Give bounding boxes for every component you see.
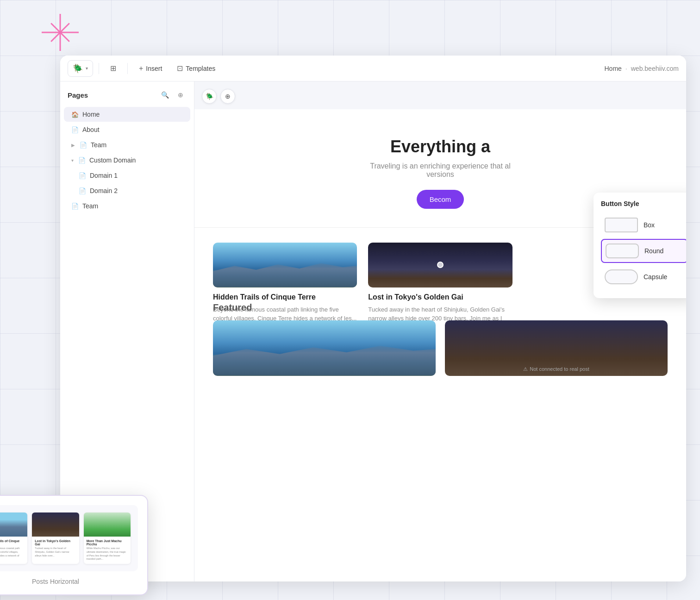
template-preview-area: Hidden Trails of Cinque Terre Beyond the…: [0, 505, 138, 571]
button-style-popup: Button Style Box Round Capsule: [594, 193, 686, 298]
hero-title: Everything a: [213, 137, 668, 156]
doc-icon-about: 📄: [71, 126, 79, 133]
sidebar-item-domain-1[interactable]: 📄 Domain 1: [64, 168, 190, 183]
layout-button[interactable]: ⊞: [105, 61, 122, 75]
insert-label: Insert: [146, 65, 162, 72]
sidebar-item-home[interactable]: 🏠 Home: [64, 107, 190, 122]
mini-text-1: Beyond the famous coastal path linking t…: [0, 547, 25, 561]
page-label-about: About: [82, 126, 100, 133]
post-title-1: Hidden Trails of Cinque Terre: [213, 293, 357, 301]
not-connected-text: Not connected to real post: [530, 366, 589, 372]
sidebar-item-team[interactable]: ▶ 📄 Team: [64, 138, 190, 152]
expand-icon-custom-domain: ▾: [71, 158, 74, 163]
home-icon: 🏠: [71, 111, 79, 118]
template-mini-card-2: Lost in Tokyo's Golden Gai Tucked away i…: [32, 512, 79, 564]
page-label-home: Home: [82, 111, 100, 118]
template-mini-card-1: Hidden Trails of Cinque Terre Beyond the…: [0, 512, 27, 564]
connected-dot: [437, 262, 444, 268]
doc-icon-team: 📄: [80, 142, 87, 149]
doc-icon-team-2: 📄: [71, 203, 79, 210]
logo-button[interactable]: 🪲 ▾: [68, 60, 93, 77]
add-block-btn[interactable]: ⊕: [220, 89, 235, 104]
doc-icon-domain-1: 📄: [79, 172, 86, 179]
mini-card-content-3: More Than Just Machu Picchu While Machu …: [84, 537, 131, 564]
sidebar-actions: 🔍 ⊕: [159, 89, 187, 101]
sidebar-item-custom-domain[interactable]: ▾ 📄 Custom Domain: [64, 153, 190, 168]
doc-icon-custom-domain: 📄: [78, 157, 86, 164]
mini-card-content-1: Hidden Trails of Cinque Terre Beyond the…: [0, 537, 27, 564]
post-img-cinque: [213, 243, 357, 288]
popup-title: Button Style: [601, 200, 686, 207]
bee-icon-btn[interactable]: 🪲: [202, 89, 217, 104]
box-preview: [605, 218, 638, 232]
nav-home: Home: [605, 65, 622, 72]
mini-img-cinque: [0, 512, 27, 537]
template-mini-card-3: More Than Just Machu Picchu While Machu …: [84, 512, 131, 564]
cta-label: Becom: [430, 195, 451, 203]
capsule-label: Capsule: [644, 273, 667, 281]
canvas: 🪲 ⊕ Everything a Traveling is an enrichi…: [194, 81, 686, 581]
mini-img-machu: [84, 512, 131, 537]
logo-icon: 🪲: [73, 63, 83, 74]
capsule-preview: [605, 269, 638, 284]
post-img-tokyo: [368, 243, 512, 288]
page-content-preview: Everything a Traveling is an enriching e…: [194, 109, 686, 581]
sidebar-item-domain-2[interactable]: 📄 Domain 2: [64, 183, 190, 198]
mini-text-2: Tucked away in the heart of Shinjuku, Go…: [35, 547, 76, 557]
round-preview: [606, 244, 639, 258]
doc-icon-domain-2: 📄: [79, 188, 86, 194]
templates-label: Templates: [186, 65, 215, 72]
mini-title-1: Hidden Trails of Cinque Terre: [0, 539, 25, 546]
page-label-domain-1: Domain 1: [90, 172, 118, 179]
nav-separator: ·: [625, 65, 627, 72]
toolbar: 🪲 ▾ ⊞ + Insert ⊡ Templates Home · web.be…: [60, 56, 686, 81]
post-title-2: Lost in Tokyo's Golden Gai: [368, 293, 512, 301]
sidebar-item-about[interactable]: 📄 About: [64, 122, 190, 137]
templates-button[interactable]: ⊡ Templates: [171, 61, 221, 75]
page-label-team: Team: [91, 141, 106, 149]
add-page-button[interactable]: ⊕: [175, 89, 187, 101]
templates-icon: ⊡: [177, 64, 183, 73]
search-pages-button[interactable]: 🔍: [159, 89, 171, 101]
style-option-box[interactable]: Box: [601, 214, 686, 236]
sidebar-header: Pages 🔍 ⊕: [60, 89, 194, 106]
template-card-label: Posts Horizontal: [0, 578, 138, 585]
layout-icon: ⊞: [110, 64, 116, 73]
mini-text-3: While Machu Picchu, was our ultimate des…: [87, 547, 128, 561]
sidebar-item-team-2[interactable]: 📄 Team: [64, 199, 190, 213]
page-label-team-2: Team: [82, 202, 98, 210]
post-card-1: Hidden Trails of Cinque Terre Beyond the…: [213, 243, 357, 288]
expand-icon-team: ▶: [71, 143, 75, 148]
style-option-round[interactable]: Round: [601, 239, 686, 263]
not-connected-label: ⚠ Not connected to real post: [523, 366, 589, 372]
pages-title: Pages: [68, 91, 88, 99]
page-label-domain-2: Domain 2: [90, 187, 118, 194]
template-card-overlay: Hidden Trails of Cinque Terre Beyond the…: [0, 495, 148, 595]
cta-button[interactable]: Becom: [417, 190, 464, 209]
mini-title-3: More Than Just Machu Picchu: [87, 539, 128, 546]
star-decoration: [42, 14, 79, 51]
featured-card-2: ⚠ Not connected to real post: [445, 320, 668, 376]
style-option-capsule[interactable]: Capsule: [601, 266, 686, 288]
canvas-toolbar: 🪲 ⊕: [202, 89, 235, 104]
editor-container: 🪲 ▾ ⊞ + Insert ⊡ Templates Home · web.be…: [60, 56, 686, 581]
plus-icon: +: [139, 64, 143, 73]
box-label: Box: [644, 221, 655, 229]
mini-card-content-2: Lost in Tokyo's Golden Gai Tucked away i…: [32, 537, 79, 560]
toolbar-divider-2: [127, 63, 128, 74]
toolbar-divider-1: [99, 63, 99, 74]
toolbar-nav: Home · web.beehiiv.com: [605, 65, 679, 72]
nav-url: web.beehiiv.com: [631, 65, 679, 72]
mini-title-2: Lost in Tokyo's Golden Gai: [35, 539, 76, 546]
post-card-2: Lost in Tokyo's Golden Gai Tucked away i…: [368, 243, 512, 288]
page-label-custom-domain: Custom Domain: [89, 156, 136, 164]
chevron-down-icon: ▾: [86, 66, 88, 71]
featured-card-1: [213, 320, 436, 376]
round-label: Round: [644, 247, 663, 255]
hero-subtitle: Traveling is an enriching experience tha…: [325, 162, 556, 179]
mini-img-tokyo: [32, 512, 79, 537]
content-area: Pages 🔍 ⊕ 🏠 Home 📄 About ▶ 📄 Team: [60, 81, 686, 581]
insert-button[interactable]: + Insert: [133, 62, 168, 75]
